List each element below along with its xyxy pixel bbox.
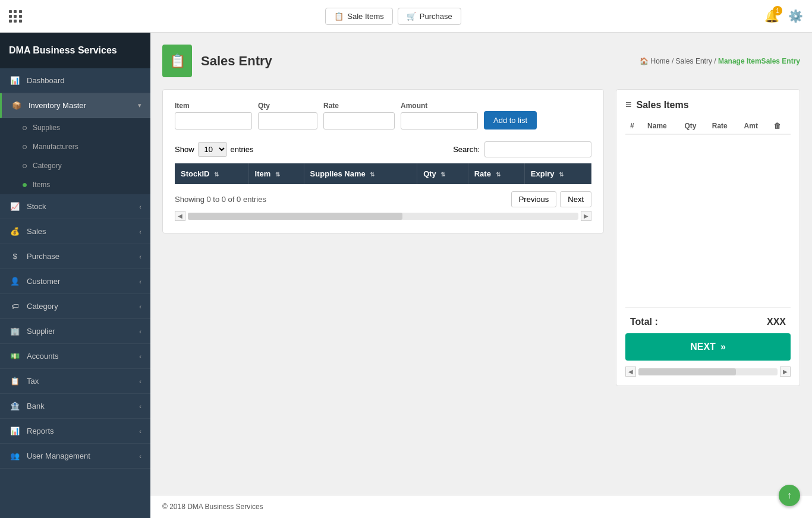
search-input[interactable] [484, 141, 591, 157]
sales-items-title: Sales Items [637, 100, 689, 110]
purchase-icon: 🛒 [407, 12, 416, 21]
next-table-button[interactable]: Next [560, 191, 591, 207]
sort-supplies-icon: ⇅ [370, 171, 374, 178]
pagination-row: Showing 0 to 0 of 0 entries Previous Nex… [175, 191, 591, 207]
sidebar-item-label-tax: Tax [27, 377, 39, 386]
col-item[interactable]: Item ⇅ [248, 163, 304, 184]
supplier-chevron-icon: ‹ [139, 328, 141, 335]
sidebar-item-reports[interactable]: 📊 Reports ‹ [0, 419, 150, 444]
page-icon: 📋 [162, 45, 192, 77]
amount-field-group: Amount [401, 102, 478, 130]
col-item-label: Item [255, 169, 271, 178]
right-scrollbar-track[interactable] [638, 368, 778, 375]
sidebar-item-label-customer: Customer [27, 277, 60, 286]
scroll-left-arrow[interactable]: ◀ [175, 211, 185, 221]
submenu-manufacturers[interactable]: Manufacturers [0, 137, 150, 156]
sale-items-label: Sale Items [347, 12, 383, 21]
sidebar-item-inventory-master[interactable]: 📦 Inventory Master ▾ [0, 93, 150, 118]
add-to-list-button[interactable]: Add to list [484, 111, 537, 130]
col-stockid-label: StockID [181, 169, 209, 178]
col-supplies-name[interactable]: Supplies Name ⇅ [304, 163, 417, 184]
qty-input[interactable] [258, 112, 317, 130]
submenu-manufacturers-label: Manufacturers [33, 143, 78, 151]
main-wrapper: DMA Business Services 📊 Dashboard 📦 Inve… [0, 33, 812, 518]
tax-icon: 📋 [9, 377, 21, 386]
sidebar-item-label-stock: Stock [27, 202, 46, 211]
si-col-qty: Qty [680, 118, 707, 134]
sort-rate-icon: ⇅ [496, 171, 501, 178]
content-area: 📋 Sales Entry 🏠 Home / Sales Entry / Man… [150, 33, 812, 518]
notification-badge: 1 [773, 6, 782, 15]
accounts-chevron-icon: ‹ [139, 353, 141, 360]
submenu-supplies[interactable]: Supplies [0, 118, 150, 137]
reports-chevron-icon: ‹ [139, 428, 141, 435]
sidebar-item-sales[interactable]: 💰 Sales ‹ [0, 219, 150, 244]
sidebar-item-user-management[interactable]: 👥 User Management ‹ [0, 444, 150, 469]
si-col-amt: Amt [739, 118, 769, 134]
user-management-chevron-icon: ‹ [139, 453, 141, 460]
top-nav-center: 📋 Sale Items 🛒 Purchase [325, 8, 461, 25]
sidebar-item-tax[interactable]: 📋 Tax ‹ [0, 369, 150, 394]
scrollbar-thumb [188, 213, 402, 220]
sidebar-item-accounts[interactable]: 💵 Accounts ‹ [0, 344, 150, 369]
side-column: ≡ Sales Items # Name Qty Rate Amt [616, 89, 800, 386]
breadcrumb-home[interactable]: Home [651, 57, 670, 65]
submenu-items-label: Items [33, 181, 50, 189]
top-navbar: 📋 Sale Items 🛒 Purchase 🔔 1 ⚙️ [0, 0, 812, 33]
col-expiry[interactable]: Expiry ⇅ [524, 163, 591, 184]
col-stockid[interactable]: StockID ⇅ [175, 163, 248, 184]
sidebar-item-label-accounts: Accounts [27, 352, 58, 361]
tax-chevron-icon: ‹ [139, 378, 141, 385]
sidebar-item-label-inventory: Inventory Master [29, 101, 86, 110]
next-button[interactable]: NEXT » [625, 333, 791, 361]
stock-icon: 📈 [9, 202, 21, 211]
sidebar-item-dashboard[interactable]: 📊 Dashboard [0, 68, 150, 93]
sidebar-item-stock[interactable]: 📈 Stock ‹ [0, 194, 150, 219]
scroll-to-top-button[interactable]: ↑ [779, 485, 800, 506]
grid-icon[interactable] [9, 10, 22, 23]
top-nav-right: 🔔 1 ⚙️ [764, 9, 803, 23]
sidebar-item-supplier[interactable]: 🏢 Supplier ‹ [0, 319, 150, 344]
sidebar-item-customer[interactable]: 👤 Customer ‹ [0, 269, 150, 294]
col-rate[interactable]: Rate ⇅ [468, 163, 524, 184]
content: 📋 Sales Entry 🏠 Home / Sales Entry / Man… [150, 33, 812, 495]
sidebar: DMA Business Services 📊 Dashboard 📦 Inve… [0, 33, 150, 518]
col-qty[interactable]: Qty ⇅ [417, 163, 468, 184]
supplies-dot [23, 126, 27, 130]
sort-item-icon: ⇅ [275, 171, 280, 178]
scrollbar-track[interactable] [188, 213, 578, 220]
sidebar-item-purchase[interactable]: $ Purchase ‹ [0, 244, 150, 269]
sort-qty-icon: ⇅ [440, 171, 445, 178]
sales-items-spacer [625, 135, 791, 301]
right-scroll-right[interactable]: ▶ [780, 367, 791, 377]
inventory-icon: 📦 [11, 101, 23, 110]
breadcrumb-sales-entry[interactable]: Sales Entry [676, 57, 712, 65]
submenu-items[interactable]: Items [0, 175, 150, 194]
rate-input[interactable] [323, 112, 395, 130]
search-box: Search: [453, 141, 591, 157]
pagination-buttons: Previous Next [511, 191, 591, 207]
sidebar-item-bank[interactable]: 🏦 Bank ‹ [0, 394, 150, 419]
two-col-layout: Item Qty Rate [162, 89, 800, 386]
submenu-category[interactable]: Category [0, 156, 150, 175]
col-qty-label: Qty [423, 169, 436, 178]
item-input[interactable] [175, 112, 252, 130]
settings-icon[interactable]: ⚙️ [788, 9, 803, 23]
right-panel-header: ≡ Sales Items [625, 99, 791, 111]
home-icon: 🏠 [640, 57, 649, 65]
col-rate-label: Rate [474, 169, 491, 178]
show-label: Show [175, 145, 194, 154]
breadcrumb-manage: Manage ItemSales Entry [718, 57, 800, 65]
amount-input[interactable] [401, 112, 478, 130]
si-col-delete: 🗑 [769, 118, 791, 134]
scroll-right-arrow[interactable]: ▶ [581, 211, 591, 221]
sale-items-button[interactable]: 📋 Sale Items [325, 8, 392, 25]
sidebar-item-label-bank: Bank [27, 402, 45, 410]
purchase-button[interactable]: 🛒 Purchase [398, 8, 461, 25]
entries-select[interactable]: 10 25 50 [198, 142, 227, 157]
right-scroll-left[interactable]: ◀ [625, 367, 636, 377]
notification-bell[interactable]: 🔔 1 [764, 9, 779, 23]
main-card: Item Qty Rate [162, 89, 604, 233]
sidebar-item-category[interactable]: 🏷 Category ‹ [0, 294, 150, 319]
previous-button[interactable]: Previous [511, 191, 557, 207]
